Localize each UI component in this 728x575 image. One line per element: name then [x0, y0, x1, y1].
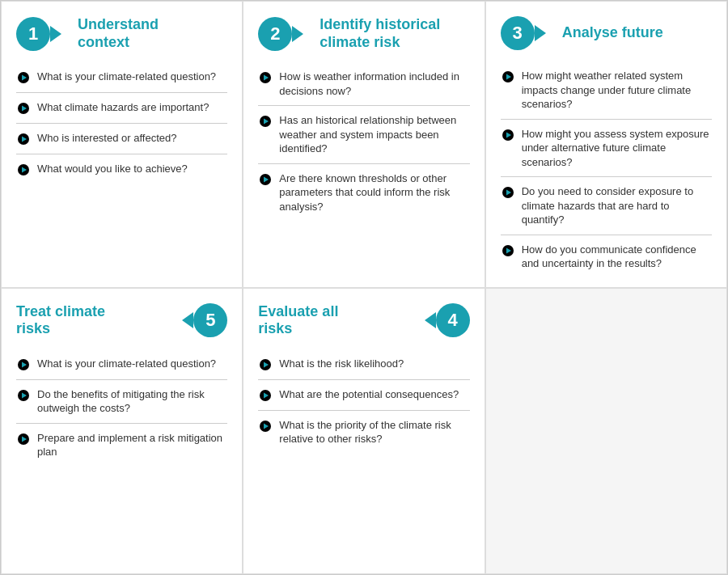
step-2-arrow — [292, 26, 303, 42]
list-item: How might you assess system exposure und… — [501, 120, 712, 178]
cell-3-header: 3 Analyse future — [501, 16, 712, 50]
list-item: How do you communicate confidence and un… — [501, 235, 712, 278]
cell-3-title: Analyse future — [562, 24, 663, 42]
cell-5-items: What is your climate-related question? D… — [16, 349, 227, 467]
cell-5-title: Treat climaterisks — [16, 303, 105, 338]
step-4-badge: 4 — [425, 303, 470, 337]
cell-1-title: Understandcontext — [78, 16, 159, 51]
cell-empty — [485, 288, 727, 575]
step-3-circle: 3 — [501, 16, 535, 50]
step-1-circle: 1 — [16, 17, 50, 51]
cell-understand-context: 1 Understandcontext What is your climate… — [1, 1, 243, 288]
list-item: What are the potential consequences? — [258, 380, 469, 411]
list-item: What is the risk likelihood? — [258, 349, 469, 380]
list-item: Prepare and implement a risk mitigation … — [16, 424, 227, 467]
step-5-circle: 5 — [193, 303, 227, 337]
step-4-circle: 4 — [436, 303, 470, 337]
cell-analyse-future: 3 Analyse future How might weather relat… — [485, 1, 727, 288]
list-item: Do the benefits of mitigating the risk o… — [16, 380, 227, 424]
cell-evaluate-risks: Evaluate allrisks 4 What is the risk lik… — [243, 288, 485, 575]
cell-treat-risks: Treat climaterisks 5 What is your climat… — [1, 288, 243, 575]
list-item: Are there known thresholds or other para… — [258, 164, 469, 222]
cell-2-items: How is weather information included in d… — [258, 62, 469, 221]
cell-1-items: What is your climate-related question? W… — [16, 62, 227, 184]
cell-4-items: What is the risk likelihood? What are th… — [258, 349, 469, 454]
cell-1-header: 1 Understandcontext — [16, 16, 227, 51]
cell-3-items: How might weather related system impacts… — [501, 61, 712, 278]
cell-4-header: Evaluate allrisks 4 — [258, 303, 469, 338]
cell-4-title: Evaluate allrisks — [258, 303, 338, 338]
cell-historical-risk: 2 Identify historicalclimate risk How is… — [243, 1, 485, 288]
list-item: What is your climate-related question? — [16, 349, 227, 380]
list-item: What is the priority of the climate risk… — [258, 411, 469, 454]
list-item: Do you need to consider exposure to clim… — [501, 177, 712, 235]
step-1-arrow — [50, 26, 61, 42]
list-item: What climate hazards are important? — [16, 93, 227, 124]
step-2-circle: 2 — [258, 17, 292, 51]
step-3-arrow — [535, 25, 546, 41]
list-item: What is your climate-related question? — [16, 62, 227, 93]
step-2-badge: 2 — [258, 17, 303, 51]
list-item: Has an historical relationship between w… — [258, 106, 469, 164]
step-5-arrow — [182, 312, 193, 328]
list-item: Who is interested or affected? — [16, 124, 227, 154]
cell-2-title: Identify historicalclimate risk — [320, 16, 440, 51]
cell-5-header: Treat climaterisks 5 — [16, 303, 227, 338]
list-item: What would you like to achieve? — [16, 154, 227, 184]
step-4-arrow — [425, 312, 436, 328]
step-3-badge: 3 — [501, 16, 546, 50]
list-item: How is weather information included in d… — [258, 62, 469, 106]
cell-2-header: 2 Identify historicalclimate risk — [258, 16, 469, 51]
step-1-badge: 1 — [16, 17, 61, 51]
framework-grid: 1 Understandcontext What is your climate… — [0, 0, 728, 575]
list-item: How might weather related system impacts… — [501, 61, 712, 120]
step-5-badge: 5 — [182, 303, 227, 337]
